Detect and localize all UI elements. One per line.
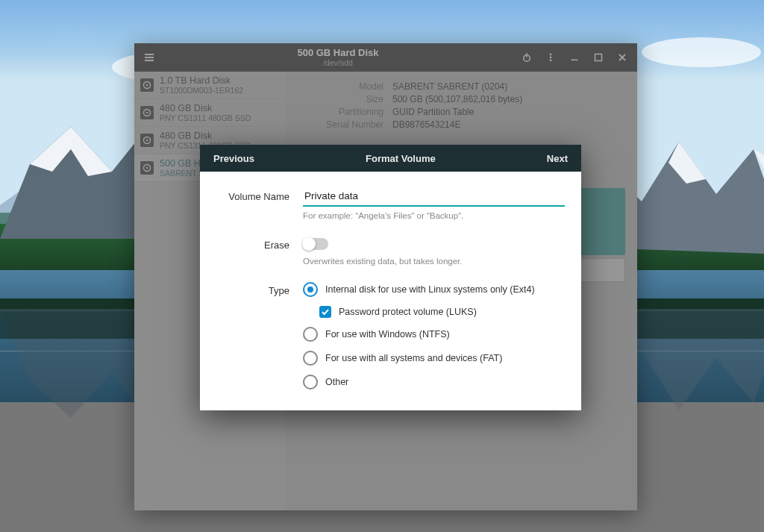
volume-name-label: Volume Name — [219, 188, 289, 202]
type-option-other[interactable]: Other — [303, 375, 562, 389]
radio-icon — [303, 375, 318, 389]
volume-name-hint: For example: “Angela’s Files” or “Backup… — [303, 211, 562, 220]
type-option-label: Other — [325, 377, 348, 387]
dialog-previous-button[interactable]: Previous — [209, 150, 259, 167]
type-option-label: For use with Windows (NTFS) — [325, 329, 450, 339]
dialog-next-button[interactable]: Next — [542, 150, 572, 167]
erase-label: Erase — [219, 237, 289, 251]
svg-point-3 — [642, 37, 761, 67]
radio-icon — [303, 351, 318, 366]
dialog-header: Previous Format Volume Next — [200, 145, 581, 172]
erase-hint: Overwrites existing data, but takes long… — [303, 257, 562, 266]
dialog-title: Format Volume — [259, 153, 542, 164]
type-label: Type — [219, 282, 289, 296]
type-option-label: Internal disk for use with Linux systems… — [325, 284, 535, 295]
radio-icon — [303, 282, 318, 297]
luks-checkbox-label: Password protect volume (LUKS) — [339, 307, 477, 317]
type-option-ntfs[interactable]: For use with Windows (NTFS) — [303, 327, 562, 342]
type-option-ext4[interactable]: Internal disk for use with Linux systems… — [303, 282, 562, 297]
volume-name-input[interactable] — [303, 188, 565, 207]
type-option-label: For use with all systems and devices (FA… — [325, 353, 502, 363]
radio-icon — [303, 327, 318, 342]
luks-checkbox-row[interactable]: Password protect volume (LUKS) — [319, 306, 562, 318]
type-option-fat[interactable]: For use with all systems and devices (FA… — [303, 351, 562, 366]
erase-toggle[interactable] — [303, 238, 328, 250]
format-volume-dialog: Previous Format Volume Next Volume Name … — [200, 145, 581, 410]
checkbox-icon — [319, 306, 331, 318]
